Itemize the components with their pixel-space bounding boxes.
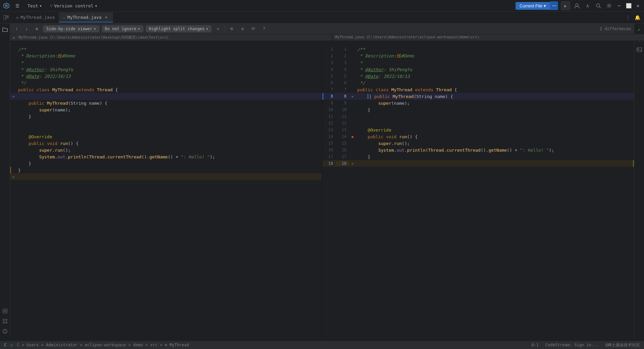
right-code-pane[interactable]: 1 1 /** 2 2 * Description:线#Demo 3 3 * 4… [322, 46, 634, 341]
status-left: C ○ C > Users > Administrator > eclipse-… [3, 343, 190, 347]
diff-toolbar: ↑ ↓ ≡ Side-by-side viewer ▾ Do not ignor… [10, 23, 634, 34]
columns-button[interactable]: ⊞ [228, 25, 236, 33]
codestream-status[interactable]: CodeStream: Sign in... [544, 343, 600, 347]
run-button[interactable]: ▶ [561, 1, 570, 10]
current-file-button[interactable]: Current File ▾ [516, 2, 550, 10]
left-line-17: System.out.println(Thread.currentThread(… [10, 153, 322, 160]
close-button[interactable]: ✕ [635, 2, 641, 9]
left-line-19: } [10, 167, 322, 173]
right-line-12: 12 12 [322, 120, 634, 127]
right-linenum-left-1: 1 [322, 47, 336, 52]
tab-close-2[interactable]: ✕ [104, 14, 109, 20]
right-content-13: @Override [356, 128, 634, 133]
git-icon: ○ [10, 343, 13, 347]
svg-point-5 [576, 4, 578, 6]
left-line-2: * Description:线#Demo [10, 53, 322, 59]
right-line-16: 16 16 System.out.println(Thread.currentT… [322, 147, 634, 153]
left-content-3: * [17, 60, 322, 65]
tabs-bar: ☕ MyThread.java ☕ MyThread.java ✕ ⋮ 🔔 [0, 12, 644, 23]
right-code-area: 1 1 /** 2 2 * Description:线#Demo 3 3 * 4… [322, 46, 634, 341]
left-code-area: /** * Description:线#Demo * * @Author: Sh… [10, 46, 322, 341]
help-button[interactable]: ? [260, 25, 268, 33]
settings-button[interactable] [605, 2, 613, 10]
prev-diff-button[interactable]: ↑ [13, 26, 20, 32]
right-content-15: super.run(); [356, 141, 634, 146]
right-content-5: * @Date: 2022/10/13 [356, 74, 634, 79]
tab-icon-1: ☕ [16, 15, 18, 19]
left-gutter-20: » [10, 175, 17, 179]
maximize-button[interactable]: ⬜ [625, 2, 632, 9]
right-content-8: | public MyThread(String name) { [356, 94, 634, 99]
diff-count: 2 differences [600, 27, 631, 31]
menu-item-version-control[interactable]: ⑂ Version control ▾ [47, 2, 100, 10]
right-line-18: 18 18 « [322, 160, 634, 167]
right-line-15: 15 15 super.run(); [322, 140, 634, 147]
left-content-10: super(name); [17, 107, 322, 112]
right-sidebar-check-icon[interactable]: ✓ [635, 25, 644, 34]
cursor-position[interactable]: 8:1 [530, 343, 540, 347]
right-file-path: MyThread.java (C:\Users\Administrator\ec… [332, 34, 644, 41]
profile-button[interactable] [573, 2, 581, 10]
right-content-3: * [356, 60, 634, 65]
highlight-dropdown[interactable]: Highlight split changes ▾ [146, 26, 211, 32]
build-status[interactable]: C [3, 343, 8, 347]
tabs-overflow-button[interactable]: ⋮ [624, 13, 632, 21]
left-code-pane[interactable]: /** * Description:线#Demo * * @Author: Sh… [10, 46, 322, 341]
right-linenum-right-1: 1 [336, 47, 349, 52]
translate-button[interactable]: A [584, 2, 592, 10]
next-diff-button[interactable]: ↓ [23, 26, 30, 32]
right-linenum-right-8: 8 [336, 94, 349, 99]
tab-mythread-2[interactable]: ☕ MyThread.java ✕ [59, 12, 113, 22]
line-num-button[interactable]: ≡ [33, 26, 41, 32]
current-file-more[interactable] [550, 1, 558, 10]
left-content-1: /** [17, 47, 322, 52]
menu-item-test[interactable]: Test ▾ [25, 2, 45, 10]
right-gutter-8: « [349, 94, 356, 99]
search-button[interactable] [594, 2, 602, 10]
right-line-13: 13 13 @Override [322, 127, 634, 133]
svg-point-16 [3, 319, 4, 320]
left-content-18: } [17, 161, 322, 166]
sync-button[interactable]: ⟳ [249, 25, 257, 33]
menu-item-hamburger[interactable]: ☰ [13, 2, 22, 10]
close-diff-button[interactable]: ✕ [214, 25, 222, 33]
notification-button[interactable]: 🔔 [633, 13, 641, 21]
diff-settings-button[interactable]: ⚙ [238, 25, 247, 33]
right-linenum-left-5: 5 [322, 74, 336, 79]
right-content-2: * Description:线#Demo [356, 53, 634, 59]
breadcrumb[interactable]: C > Users > Administrator > eclipse-work… [15, 343, 190, 347]
git-status[interactable]: ○ [9, 343, 14, 347]
right-change-bar-18 [633, 160, 634, 167]
viewer-dropdown[interactable]: Side-by-side viewer ▾ [43, 26, 99, 32]
ignore-dropdown[interactable]: Do not ignore ▾ [102, 26, 143, 32]
left-change-bar-19 [10, 167, 11, 173]
position-text: 8:1 [531, 343, 539, 347]
sidebar-bottom-icon-1[interactable] [0, 306, 10, 316]
right-line-5: 5 5 * @Date: 2022/10/13 [322, 73, 634, 80]
right-line-2: 2 2 * Description:线#Demo [322, 53, 634, 59]
right-linenum-right-3: 3 [336, 60, 349, 65]
sidebar-bottom-icon-2[interactable] [0, 316, 10, 326]
left-content-9: public MyThread(String name) { [17, 101, 322, 106]
right-line-14: 14 14 ● public void run() { [322, 133, 634, 140]
minimize-button[interactable]: ─ [616, 2, 623, 9]
tab-mythread-1[interactable]: ☕ MyThread.java [12, 13, 59, 22]
left-gutter-8: » [10, 94, 17, 99]
left-line-8: » [10, 93, 322, 100]
project-tree-button[interactable] [1, 13, 11, 22]
sidebar-folder-icon[interactable] [0, 25, 10, 34]
right-linenum-left-4: 4 [322, 67, 336, 72]
right-linenum-left-14: 14 [322, 134, 336, 139]
right-content-10: } [356, 107, 634, 112]
right-line-6: 6 6 */ [322, 80, 634, 86]
left-line-14: @Override [10, 133, 322, 140]
right-linenum-left-16: 16 [322, 148, 336, 152]
svg-point-2 [552, 5, 553, 6]
right-linenum-left-18: 18 [322, 161, 336, 166]
right-content-14: public void run() { [356, 134, 634, 139]
sidebar-bottom-icon-3[interactable] [0, 327, 10, 336]
left-line-5: * @Date: 2022/10/13 [10, 73, 322, 80]
left-line-18: } [10, 160, 322, 167]
right-linenum-right-13: 13 [336, 128, 349, 132]
right-sidebar-image-icon[interactable] [635, 45, 644, 54]
